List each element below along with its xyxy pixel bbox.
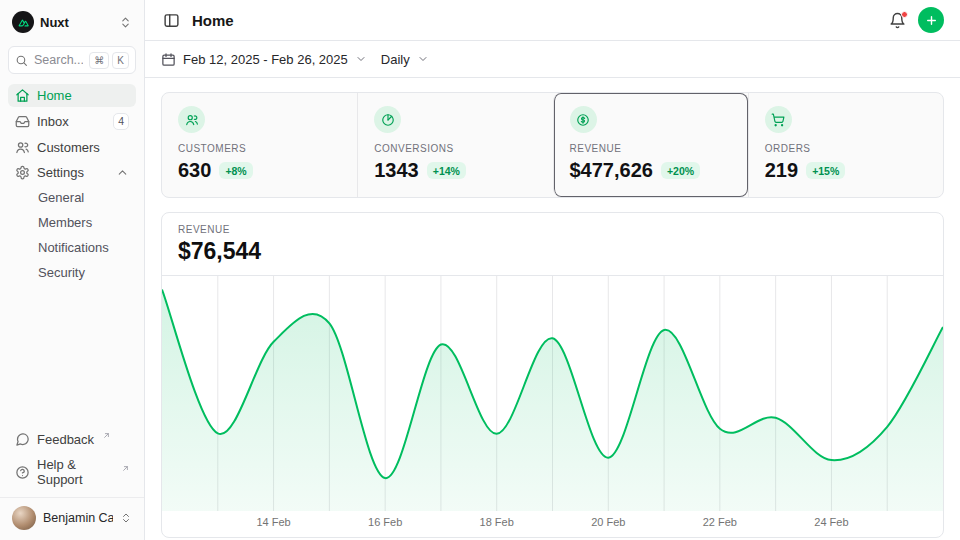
stat-label: REVENUE <box>570 143 732 154</box>
sidebar: Nuxt Search... ⌘ K Home <box>0 0 145 540</box>
message-circle-icon <box>15 432 30 447</box>
add-button[interactable] <box>918 7 944 33</box>
stat-delta-badge: +14% <box>427 162 466 179</box>
sidebar-spacer <box>8 284 136 428</box>
users-icon <box>178 106 205 133</box>
user-menu[interactable]: Benjamin Canac <box>0 497 144 532</box>
x-axis-tick-label: 20 Feb <box>591 516 625 528</box>
sidebar-item-help-support[interactable]: Help & Support <box>8 453 136 491</box>
chevron-down-icon <box>355 53 367 65</box>
search-icon <box>15 54 28 67</box>
revenue-chart-card: REVENUE $76,544 <box>161 212 944 538</box>
chevron-up-icon <box>116 166 129 179</box>
sidebar-item-settings-notifications[interactable]: Notifications <box>8 236 136 259</box>
house-icon <box>15 88 30 103</box>
stat-delta-badge: +20% <box>661 162 700 179</box>
notification-dot <box>901 11 908 18</box>
sidebar-item-customers[interactable]: Customers <box>8 136 136 159</box>
filter-bar: Feb 12, 2025 - Feb 26, 2025 Daily <box>145 41 960 78</box>
sidebar-item-feedback[interactable]: Feedback <box>8 428 136 451</box>
user-name: Benjamin Canac <box>43 511 113 525</box>
calendar-icon <box>161 52 176 67</box>
top-header: Home <box>145 0 960 41</box>
stat-card-conversions[interactable]: CONVERSIONS 1343 +14% <box>357 93 552 197</box>
chevrons-up-down-icon <box>119 16 132 29</box>
sidebar-item-label: Settings <box>37 165 84 180</box>
chart-header: REVENUE $76,544 <box>162 213 943 276</box>
shopping-cart-icon <box>765 106 792 133</box>
sidebar-item-settings-members[interactable]: Members <box>8 211 136 234</box>
sidebar-item-home[interactable]: Home <box>8 84 136 107</box>
app: Nuxt Search... ⌘ K Home <box>0 0 960 540</box>
page-title: Home <box>192 12 234 29</box>
search-shortcut: ⌘ K <box>89 52 129 69</box>
granularity-label: Daily <box>381 52 410 67</box>
inbox-icon <box>15 114 30 129</box>
chart-metric-value: $76,544 <box>178 238 927 265</box>
chart-pie-icon <box>374 106 401 133</box>
inbox-count-badge: 4 <box>113 113 129 130</box>
revenue-area-chart[interactable]: 14 Feb16 Feb18 Feb20 Feb22 Feb24 Feb <box>162 276 943 537</box>
stat-value: 1343 <box>374 159 419 182</box>
stat-value: 219 <box>765 159 798 182</box>
sidebar-item-settings[interactable]: Settings <box>8 161 136 184</box>
stat-label: CUSTOMERS <box>178 143 341 154</box>
sidebar-item-inbox[interactable]: Inbox 4 <box>8 109 136 134</box>
sidebar-item-label: Inbox <box>37 114 69 129</box>
chevron-down-icon <box>417 53 429 65</box>
nuxt-logo-icon <box>12 11 34 33</box>
stats-row: CUSTOMERS 630 +8% CONVERSIONS 1343 +14% <box>161 92 944 198</box>
chart-metric-label: REVENUE <box>178 224 927 235</box>
sidebar-item-label: Customers <box>37 140 100 155</box>
sidebar-item-settings-general[interactable]: General <box>8 186 136 209</box>
x-axis: 14 Feb16 Feb18 Feb20 Feb22 Feb24 Feb <box>162 511 943 537</box>
gear-icon <box>15 165 30 180</box>
x-axis-tick-label: 18 Feb <box>480 516 514 528</box>
sidebar-item-settings-security[interactable]: Security <box>8 261 136 284</box>
stat-card-revenue[interactable]: REVENUE $477,626 +20% <box>553 93 748 197</box>
collapse-sidebar-button[interactable] <box>161 10 182 31</box>
x-axis-tick-label: 22 Feb <box>703 516 737 528</box>
kbd-cmd: ⌘ <box>89 52 109 69</box>
stat-label: ORDERS <box>765 143 927 154</box>
notifications-button[interactable] <box>887 10 908 31</box>
panel-left-icon <box>163 12 180 29</box>
stat-delta-badge: +15% <box>806 162 845 179</box>
x-axis-tick-label: 24 Feb <box>814 516 848 528</box>
workspace-name: Nuxt <box>40 15 69 30</box>
stat-card-orders[interactable]: ORDERS 219 +15% <box>748 93 943 197</box>
sidebar-footer-nav: Feedback Help & Support <box>8 428 136 491</box>
stat-delta-badge: +8% <box>219 162 252 179</box>
kbd-k: K <box>112 52 129 69</box>
users-icon <box>15 140 30 155</box>
date-range-picker[interactable]: Feb 12, 2025 - Feb 26, 2025 <box>161 52 367 67</box>
stat-value: 630 <box>178 159 211 182</box>
stat-value: $477,626 <box>570 159 653 182</box>
search-input[interactable]: Search... ⌘ K <box>8 46 136 74</box>
circle-dollar-icon <box>570 106 597 133</box>
help-circle-icon <box>15 465 30 480</box>
stat-label: CONVERSIONS <box>374 143 536 154</box>
chevrons-up-down-icon <box>120 512 132 524</box>
sidebar-item-label: Feedback <box>37 432 94 447</box>
header-actions <box>887 7 944 33</box>
search-placeholder: Search... <box>34 53 83 67</box>
plus-icon <box>925 14 938 27</box>
stat-card-customers[interactable]: CUSTOMERS 630 +8% <box>162 93 357 197</box>
x-axis-tick-label: 16 Feb <box>368 516 402 528</box>
content: CUSTOMERS 630 +8% CONVERSIONS 1343 +14% <box>145 78 960 540</box>
external-link-icon <box>102 431 111 440</box>
date-range-label: Feb 12, 2025 - Feb 26, 2025 <box>183 52 348 67</box>
sidebar-nav: Home Inbox 4 Customers Settings <box>8 84 136 284</box>
sidebar-item-label: Home <box>37 88 72 103</box>
x-axis-tick-label: 14 Feb <box>256 516 290 528</box>
chart-svg <box>162 276 943 511</box>
main-area: Home Feb 12, 2 <box>145 0 960 540</box>
workspace-selector[interactable]: Nuxt <box>8 8 136 36</box>
external-link-icon <box>121 464 130 473</box>
user-avatar <box>12 506 36 530</box>
sidebar-item-label: Help & Support <box>37 457 113 487</box>
granularity-select[interactable]: Daily <box>381 52 429 67</box>
